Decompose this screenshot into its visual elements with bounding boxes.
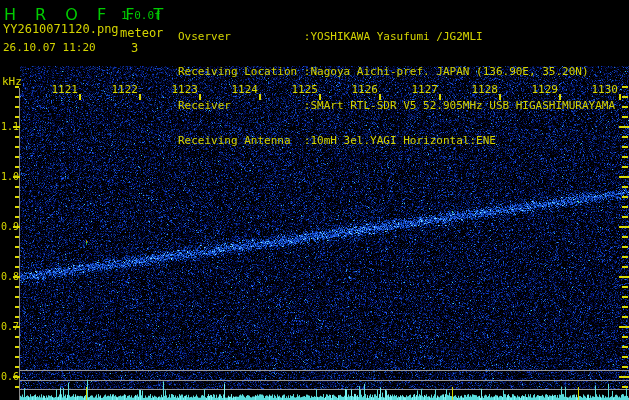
antenna-line: Receiving Antenna :10mH 3el.YAGI Horizon… (178, 135, 615, 147)
version-label: 1.0.0f (121, 9, 161, 22)
freq-label: 1.1 (1, 121, 19, 132)
y-axis-unit-label: kHz (2, 75, 22, 88)
datetime-label: 26.10.07 11:20 (3, 41, 96, 54)
freq-label: 1.0 (1, 171, 19, 182)
time-label: 1130 (584, 83, 618, 96)
time-label: 1123 (164, 83, 198, 96)
time-label: 1128 (464, 83, 498, 96)
time-label: 1126 (344, 83, 378, 96)
freq-label: 0.9 (1, 221, 19, 232)
observer-line: Ovserver :YOSHIKAWA Yasufumi /JG2MLI (178, 31, 615, 43)
location-line: Receiving Location :Nagoya Aichi-pref. J… (178, 66, 615, 78)
freq-label: 0.7 (1, 321, 19, 332)
mode-label: meteor (120, 26, 163, 40)
time-label: 1121 (44, 83, 78, 96)
freq-label: 0.6 (1, 371, 19, 382)
meteor-count: 3 (131, 41, 138, 55)
time-label: 1122 (104, 83, 138, 96)
time-label: 1124 (224, 83, 258, 96)
receiver-line: Receiver :SMArt RTL-SDR V5 52.905MHz USB… (178, 100, 615, 112)
time-label: 1129 (524, 83, 558, 96)
time-label: 1127 (404, 83, 438, 96)
time-label: 1125 (284, 83, 318, 96)
output-filename: YY2610071120.png (3, 22, 119, 36)
hrofft-window: H R O F F T 1.0.0f YY2610071120.png mete… (0, 0, 629, 400)
freq-label: 0.8 (1, 271, 19, 282)
